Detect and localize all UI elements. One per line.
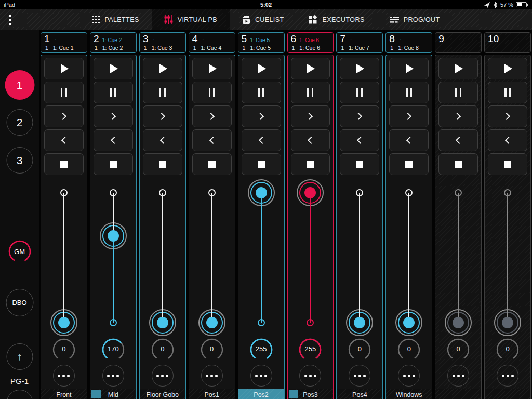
playback-label-strip[interactable]: Pos2 [238, 389, 284, 399]
pause-button[interactable] [242, 82, 281, 103]
next-cue-button[interactable] [44, 105, 84, 127]
pause-button[interactable] [438, 82, 478, 103]
pause-button[interactable] [291, 82, 330, 103]
options-button[interactable] [53, 365, 75, 387]
next-cue-button[interactable] [488, 105, 527, 127]
playback-header[interactable]: 6 1: Cue 6 1 1: Cue 6 [287, 32, 334, 53]
tab-cuelist[interactable]: CUELIST [230, 9, 297, 30]
pause-button[interactable] [389, 82, 429, 103]
next-cue-button[interactable] [389, 105, 429, 127]
stop-button[interactable] [389, 153, 429, 175]
dbo-button[interactable]: DBO [6, 289, 33, 316]
prev-cue-button[interactable] [488, 129, 527, 151]
prev-cue-button[interactable] [438, 129, 478, 151]
tab-virtual-pb[interactable]: VIRTUAL PB [152, 9, 230, 30]
play-button[interactable] [143, 58, 182, 79]
stop-button[interactable] [192, 153, 232, 175]
options-button[interactable] [299, 365, 321, 387]
playback-header[interactable]: 8 -: --- 1 1: Cue 8 [385, 32, 432, 53]
stop-button[interactable] [488, 153, 527, 175]
prev-cue-button[interactable] [389, 129, 429, 151]
playback-header[interactable]: 1 -: --- 1 1: Cue 1 [41, 32, 87, 53]
cue-current-label: 1: Cue 8 [398, 45, 419, 51]
playback-header[interactable]: 3 -: --- 1 1: Cue 3 [139, 32, 186, 53]
playback-header[interactable]: 9 [435, 32, 482, 53]
pause-button[interactable] [44, 82, 84, 103]
play-button[interactable] [94, 58, 133, 79]
playback-label-strip[interactable]: Floor Gobo [140, 389, 185, 399]
options-button[interactable] [497, 365, 518, 387]
prev-cue-button[interactable] [44, 129, 84, 151]
prev-cue-button[interactable] [340, 129, 379, 151]
playback-label-strip[interactable]: Mid [90, 389, 136, 399]
chevron-left-icon [258, 137, 265, 144]
stop-button[interactable] [94, 153, 133, 175]
options-button[interactable] [250, 365, 272, 387]
playback-header[interactable]: 2 1: Cue 2 1 1: Cue 2 [90, 32, 137, 53]
page-button-2[interactable]: 2 [6, 109, 33, 136]
playback-header[interactable]: 5 1: Cue 5 1 1: Cue 5 [238, 32, 285, 53]
playback-label-strip[interactable] [485, 389, 530, 399]
next-cue-button[interactable] [242, 105, 281, 127]
stop-button[interactable] [143, 153, 182, 175]
stop-button[interactable] [242, 153, 281, 175]
next-cue-button[interactable] [192, 105, 232, 127]
play-button[interactable] [44, 58, 84, 79]
pause-button[interactable] [192, 82, 232, 103]
play-button[interactable] [192, 58, 232, 79]
stop-button[interactable] [291, 153, 330, 175]
play-button[interactable] [488, 58, 527, 79]
stop-button[interactable] [340, 153, 379, 175]
prev-cue-button[interactable] [291, 129, 330, 151]
playback-label-strip[interactable]: Pos1 [189, 389, 235, 399]
options-button[interactable] [201, 365, 223, 387]
cue-next-label: -: --- [53, 37, 63, 43]
next-cue-button[interactable] [340, 105, 379, 127]
pause-button[interactable] [340, 82, 379, 103]
options-button[interactable] [349, 365, 370, 387]
tab-palettes[interactable]: PALETTES [79, 9, 151, 30]
playback-header[interactable]: 4 -: --- 1 1: Cue 4 [189, 32, 235, 53]
playback-header[interactable]: 10 [484, 32, 531, 53]
pause-button[interactable] [488, 82, 527, 103]
chevron-left-icon [456, 137, 463, 144]
playback-label-strip[interactable]: Pos3 [288, 389, 334, 399]
play-button[interactable] [242, 58, 281, 79]
options-button[interactable] [447, 365, 469, 387]
play-button[interactable] [389, 58, 429, 79]
page-up-button[interactable]: ↑ [6, 343, 33, 370]
stop-button[interactable] [438, 153, 478, 175]
pause-button[interactable] [143, 82, 182, 103]
page-button-3[interactable]: 3 [6, 147, 33, 174]
palettes-grid-icon [92, 16, 100, 23]
options-button[interactable] [102, 365, 124, 387]
play-button[interactable] [291, 58, 330, 79]
next-cue-button[interactable] [291, 105, 330, 127]
play-button[interactable] [438, 58, 478, 79]
pause-icon [406, 88, 412, 97]
next-cue-button[interactable] [143, 105, 182, 127]
prev-cue-button[interactable] [143, 129, 182, 151]
page-down-button[interactable]: ↓ [6, 390, 33, 399]
playback-label-strip[interactable]: Front [41, 389, 87, 399]
options-button[interactable] [398, 365, 420, 387]
tab-executors[interactable]: EXECUTORS [296, 9, 377, 30]
playback-label: Mid [108, 391, 118, 398]
prev-cue-button[interactable] [242, 129, 281, 151]
next-cue-button[interactable] [438, 105, 478, 127]
prev-cue-button[interactable] [94, 129, 133, 151]
playback-label-strip[interactable]: Pos4 [337, 389, 382, 399]
playback-label-strip[interactable]: Windows [386, 389, 432, 399]
options-button[interactable] [152, 365, 174, 387]
playback-label-strip[interactable] [435, 389, 481, 399]
grandmaster-knob[interactable]: GM [8, 240, 32, 263]
ellipsis-icon [403, 375, 406, 377]
play-button[interactable] [340, 58, 379, 79]
playback-header[interactable]: 7 -: --- 1 1: Cue 7 [336, 32, 383, 53]
page-button-1[interactable]: 1 [5, 70, 34, 100]
stop-button[interactable] [44, 153, 84, 175]
prev-cue-button[interactable] [192, 129, 232, 151]
tab-prog-out[interactable]: PROG/OUT [377, 9, 453, 30]
next-cue-button[interactable] [94, 105, 133, 127]
pause-button[interactable] [94, 82, 133, 103]
